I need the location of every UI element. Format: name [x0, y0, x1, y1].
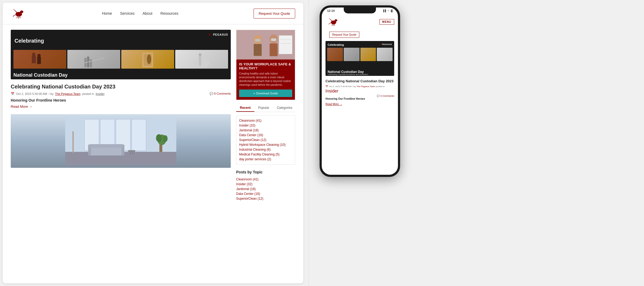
topic-janitorial[interactable]: Janitorial (18) [236, 187, 295, 191]
nav-home[interactable]: Home [102, 11, 112, 16]
phone-hero-logo-label: PEGASUS [382, 43, 392, 45]
tab-recent[interactable]: Recent [236, 104, 254, 112]
category-dayporter[interactable]: day porter services (2) [239, 157, 292, 162]
svg-point-10 [38, 54, 41, 57]
download-arrow: » [253, 92, 255, 95]
phone-screen: 12:14 ▌▌ ᯤ ▓ [322, 8, 398, 175]
desktop-site: Home Services About Resources Request Yo… [3, 3, 303, 283]
logo-area[interactable] [11, 5, 27, 21]
download-btn-label: Download Guide [256, 92, 278, 95]
second-article-image [11, 114, 231, 168]
category-industrial[interactable]: Industrial Cleaning (6) [239, 147, 292, 152]
category-cleanroom[interactable]: Cleanroom (41) [239, 118, 292, 123]
article-title: Celebrating National Custodian Day 2023 [11, 84, 231, 90]
phone-notch [344, 8, 376, 13]
article-subtitle: Honoring Our Frontline Heroes [11, 98, 231, 102]
article-date: Oct 2, 2023 5:30:00 AM [16, 92, 47, 95]
hero-photo-1 [13, 50, 66, 69]
ad-text: Creating healthy and safe indoor environ… [239, 72, 292, 87]
office-scene-svg [13, 117, 228, 165]
phone-hero-photo-4 [377, 48, 393, 61]
phone-posted: posted in [376, 85, 385, 88]
signal-icon: ▌▌ [383, 9, 387, 12]
nav-resources[interactable]: Resources [160, 11, 178, 16]
nav-about[interactable]: About [142, 11, 152, 16]
phone-hero-title: National Custodian Day [328, 70, 364, 74]
phone-container: 12:14 ▌▌ ᯤ ▓ [320, 5, 405, 281]
nav-services[interactable]: Services [120, 11, 135, 16]
phone-hero-subtitle: Celebrating Custodial Excellence and Ded… [328, 73, 368, 75]
article-meta: 📅 Oct 2, 2023 5:30:00 AM / by The Pegasu… [11, 92, 231, 95]
svg-rect-38 [72, 131, 74, 153]
ad-people-svg [236, 30, 295, 60]
phone-article-subtitle: Honoring Our Frontline Heroes [325, 97, 394, 100]
svg-point-8 [32, 53, 35, 56]
topic-superiorclean[interactable]: SuperiorClean (12) [236, 196, 295, 201]
category-medical[interactable]: Medical Facility Cleaning (5) [239, 152, 292, 157]
hero-celebrating: Celebrating [14, 38, 44, 44]
quote-button[interactable]: Request Your Quote [254, 9, 295, 18]
posts-by-topic: Posts by Topic Cleanroom (41) Insider (3… [236, 170, 295, 201]
svg-line-2 [17, 16, 17, 18]
category-datacenter[interactable]: Data Center (16) [239, 133, 292, 138]
phone-hero-photos [327, 48, 393, 61]
phone-hero-photo-1 [327, 48, 343, 61]
svg-line-3 [19, 16, 19, 18]
svg-rect-45 [271, 38, 276, 41]
topic-cleanroom[interactable]: Cleanroom (41) [236, 177, 295, 182]
categories-list: Cleanroom (41) Insider (32) Janitorial (… [236, 115, 295, 165]
phone-quote-button[interactable]: Request Your Quote [329, 32, 359, 38]
svg-rect-25 [132, 119, 146, 151]
pegasus-logo [11, 5, 27, 21]
right-sidebar: IS YOUR WORKPLACE SAFE & HEALTHY? Creati… [236, 30, 295, 201]
tabs-container: Recent Popular Categories [236, 104, 295, 112]
hero-pegasus-icon [207, 32, 212, 37]
left-column: PEGASUS Celebrating [11, 30, 231, 201]
phone-calendar-icon: 📅 [325, 85, 328, 88]
svg-point-36 [156, 134, 162, 142]
topic-insider[interactable]: Insider (32) [236, 182, 295, 187]
phone-hero-pegasus-icon [378, 43, 381, 46]
phone-quote-area: Request Your Quote [322, 30, 398, 39]
phone-comments[interactable]: 💬 0 Comments [325, 95, 394, 97]
svg-line-53 [335, 24, 335, 26]
phone-hero-image: PEGASUS Celebrating National Custodian D… [325, 41, 394, 76]
phone-hero-logo: PEGASUS [378, 43, 392, 46]
svg-rect-33 [132, 152, 133, 154]
svg-rect-19 [199, 55, 201, 66]
tabs: Recent Popular Categories [236, 104, 295, 112]
article-comments[interactable]: 💬 0 Comments [210, 92, 231, 95]
svg-line-51 [332, 24, 332, 26]
svg-rect-42 [255, 39, 260, 42]
mobile-menu-button[interactable]: MENU [379, 19, 394, 25]
phone-hero-photo-3 [360, 48, 376, 61]
phone-author[interactable]: The Pegasus Team [357, 85, 375, 88]
hero-image: PEGASUS Celebrating [11, 30, 231, 79]
read-more-link[interactable]: Read More [11, 105, 32, 109]
hero-photos [13, 50, 228, 69]
svg-point-37 [163, 135, 168, 142]
category-hybrid[interactable]: Hybrid Workspace Cleaning (10) [239, 142, 292, 147]
phone-hero-celebrating: Celebrating [328, 43, 344, 46]
phone-read-more[interactable]: Read More → [325, 103, 342, 106]
svg-rect-13 [90, 59, 92, 67]
topic-datacenter[interactable]: Data Center (16) [236, 191, 295, 196]
category-superiorclean[interactable]: SuperiorClean (12) [239, 138, 292, 142]
site-header: Home Services About Resources Request Yo… [3, 3, 303, 24]
tab-categories[interactable]: Categories [273, 104, 296, 112]
wifi-icon: ᯤ [387, 9, 390, 12]
ad-bottom: IS YOUR WORKPLACE SAFE & HEALTHY? Creati… [236, 60, 295, 100]
article-author[interactable]: The Pegasus Team [55, 92, 80, 95]
svg-rect-7 [32, 55, 36, 63]
phone-hero-photo-2 [344, 48, 360, 61]
comment-icon: 💬 [210, 92, 213, 95]
article-category[interactable]: Insider [96, 92, 105, 95]
phone-category[interactable]: Insider [325, 89, 338, 93]
phone-header: MENU [322, 13, 398, 30]
article-posted: posted in [82, 92, 94, 95]
download-guide-button[interactable]: » Download Guide [239, 90, 292, 97]
category-janitorial[interactable]: Janitorial (18) [239, 128, 292, 133]
category-insider[interactable]: Insider (32) [239, 123, 292, 128]
tab-popular[interactable]: Popular [254, 104, 273, 112]
phone-pegasus-logo [325, 15, 342, 28]
